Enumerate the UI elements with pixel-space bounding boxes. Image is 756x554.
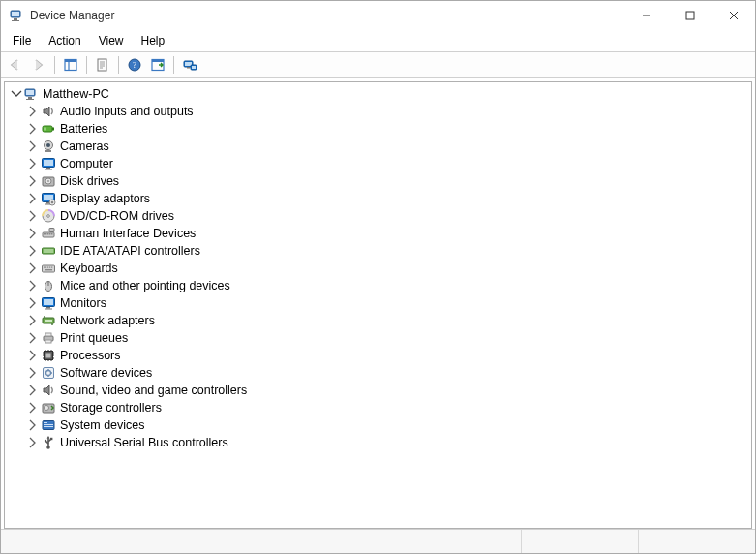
disk-icon [41, 173, 56, 189]
hid-icon [41, 226, 56, 241]
expand-toggle[interactable] [26, 157, 40, 170]
tree-node-system[interactable]: System devices [26, 416, 751, 434]
storage-icon [41, 400, 56, 416]
tree-node-keyboards[interactable]: Keyboards [26, 260, 751, 277]
menu-help[interactable]: Help [134, 32, 175, 49]
toolbar-separator [86, 56, 87, 74]
toolbar [1, 51, 755, 78]
expand-toggle[interactable] [26, 418, 40, 432]
menu-file[interactable]: File [5, 32, 41, 49]
keyboards-icon [41, 261, 56, 276]
status-bar [1, 529, 755, 553]
maximize-button[interactable] [668, 1, 711, 30]
tree-root-node[interactable]: Matthew-PC [9, 85, 751, 103]
expand-toggle[interactable] [26, 279, 40, 292]
expand-toggle[interactable] [26, 122, 40, 136]
tree-node-disk[interactable]: Disk drives [26, 172, 751, 190]
menu-bar: File Action View Help [1, 30, 755, 51]
close-button[interactable] [711, 1, 755, 30]
monitors-icon [41, 295, 56, 311]
tree-node-sound[interactable]: Sound, video and game controllers [26, 382, 751, 399]
tree-node-label: Audio inputs and outputs [59, 103, 194, 120]
tree-node-label: System devices [59, 416, 145, 434]
batteries-icon [41, 121, 56, 137]
expand-toggle[interactable] [26, 192, 40, 205]
tree-node-display[interactable]: Display adaptors [26, 190, 751, 207]
print-icon [41, 330, 56, 346]
device-manager-window: Device Manager File Action View Help [0, 0, 756, 554]
device-tree-panel[interactable]: Matthew-PC Audio inputs and outputsBatte… [4, 81, 752, 529]
app-icon [9, 8, 24, 23]
tree-node-storage[interactable]: Storage controllers [26, 399, 751, 416]
mice-icon [41, 278, 56, 293]
computer-root-icon [23, 86, 39, 102]
display-icon [41, 191, 56, 206]
expand-toggle[interactable] [26, 139, 40, 153]
expand-toggle[interactable] [26, 349, 40, 362]
tree-node-label: Cameras [59, 138, 109, 155]
tree-node-label: Sound, video and game controllers [59, 382, 247, 399]
tree-node-software[interactable]: Software devices [26, 364, 751, 382]
system-icon [41, 417, 56, 433]
tree-node-label: Network adapters [59, 312, 155, 329]
dvd-icon [41, 208, 56, 224]
tree-node-mice[interactable]: Mice and other pointing devices [26, 277, 751, 294]
tree-node-usb[interactable]: Universal Serial Bus controllers [26, 434, 751, 451]
tree-node-label: DVD/CD-ROM drives [59, 207, 174, 225]
expand-toggle[interactable] [26, 331, 40, 345]
expand-toggle[interactable] [26, 401, 40, 415]
toolbar-properties-button[interactable] [92, 54, 113, 76]
tree-node-processors[interactable]: Processors [26, 347, 751, 364]
ide-icon [41, 243, 56, 259]
toolbar-show-hide-tree-button[interactable] [60, 54, 81, 76]
expand-toggle[interactable] [26, 262, 40, 275]
processors-icon [41, 348, 56, 363]
tree-node-batteries[interactable]: Batteries [26, 120, 751, 138]
expand-toggle[interactable] [26, 105, 40, 118]
tree-node-label: Batteries [59, 120, 107, 138]
tree-node-computer[interactable]: Computer [26, 155, 751, 172]
window-title: Device Manager [30, 9, 114, 22]
title-bar: Device Manager [1, 1, 755, 30]
tree-node-hid[interactable]: Human Interface Devices [26, 225, 751, 242]
menu-action[interactable]: Action [41, 32, 90, 49]
minimize-button[interactable] [624, 1, 668, 30]
tree-node-print[interactable]: Print queues [26, 329, 751, 347]
toolbar-help-button[interactable] [124, 54, 145, 76]
cameras-icon [41, 138, 56, 154]
tree-node-monitors[interactable]: Monitors [26, 294, 751, 312]
expand-toggle[interactable] [26, 227, 40, 240]
tree-node-label: Storage controllers [59, 399, 162, 416]
toolbar-forward-button[interactable] [28, 54, 49, 76]
tree-node-ide[interactable]: IDE ATA/ATAPI controllers [26, 242, 751, 260]
software-icon [41, 365, 56, 381]
toolbar-separator [118, 56, 119, 74]
tree-node-label: Mice and other pointing devices [59, 277, 230, 294]
tree-node-dvd[interactable]: DVD/CD-ROM drives [26, 207, 751, 225]
tree-node-network[interactable]: Network adapters [26, 312, 751, 329]
tree-node-label: Human Interface Devices [59, 225, 196, 242]
expand-toggle[interactable] [9, 87, 22, 101]
expand-toggle[interactable] [26, 436, 40, 449]
sound-icon [41, 383, 56, 398]
device-tree: Matthew-PC Audio inputs and outputsBatte… [5, 82, 751, 454]
expand-toggle[interactable] [26, 296, 40, 310]
status-cell [521, 530, 638, 553]
menu-view[interactable]: View [91, 32, 134, 49]
tree-node-label: Monitors [59, 294, 106, 312]
expand-toggle[interactable] [26, 384, 40, 397]
expand-toggle[interactable] [26, 174, 40, 188]
toolbar-export-button[interactable] [147, 54, 168, 76]
svg-rect-77 [686, 12, 694, 19]
expand-toggle[interactable] [26, 244, 40, 258]
tree-children: Audio inputs and outputsBatteriesCameras… [9, 103, 751, 451]
tree-node-label: Software devices [59, 364, 152, 382]
toolbar-show-devices-button[interactable] [179, 54, 200, 76]
tree-node-cameras[interactable]: Cameras [26, 138, 751, 155]
expand-toggle[interactable] [26, 209, 40, 223]
tree-node-audio[interactable]: Audio inputs and outputs [26, 103, 751, 120]
audio-icon [41, 104, 56, 119]
expand-toggle[interactable] [26, 366, 40, 380]
expand-toggle[interactable] [26, 314, 40, 327]
toolbar-back-button[interactable] [5, 54, 26, 76]
